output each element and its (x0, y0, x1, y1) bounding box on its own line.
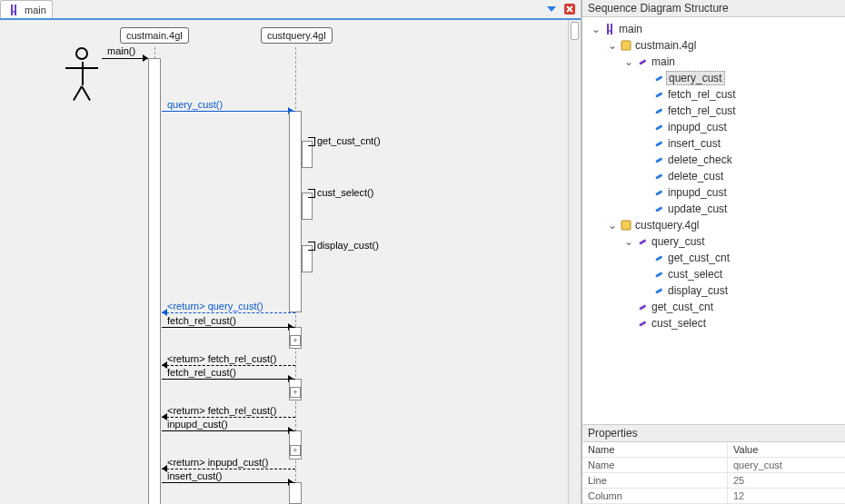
svg-rect-21 (639, 304, 646, 311)
expand-icon[interactable]: + (290, 335, 301, 346)
tree-item-label: get_cust_cnt (666, 252, 730, 264)
lifeline-head[interactable]: custmain.4gl (120, 27, 189, 44)
tree-item-label: custquery.4gl (633, 219, 699, 232)
tree-item-label: main (617, 23, 642, 35)
tree-item-label: display_cust (666, 284, 728, 297)
structure-tree[interactable]: ⌄main⌄custmain.4gl⌄mainquery_custfetch_r… (582, 17, 845, 424)
message-label[interactable]: display_cust() (317, 240, 379, 251)
call-icon (651, 87, 666, 102)
expand-toggle-icon[interactable]: ⌄ (622, 235, 635, 248)
tree-item[interactable]: cust_select (582, 266, 845, 282)
diagram-canvas[interactable]: custmain.4glcustquery.4glmain()query_cus… (0, 20, 581, 504)
diagram-pane: main custmain.4glcustquery.4glmain()quer… (0, 0, 582, 504)
message-label[interactable]: cust_select() (317, 187, 373, 198)
expand-toggle-icon[interactable]: ⌄ (590, 23, 602, 35)
scrollbar-thumb[interactable] (571, 22, 579, 40)
properties-header: Name Value (582, 442, 845, 458)
message-label[interactable]: insert_cust() (167, 470, 223, 481)
tree-item[interactable]: ⌄custquery.4gl (582, 217, 845, 233)
property-value: query_cust (728, 458, 845, 472)
property-row: Line25 (582, 473, 845, 489)
properties-title: Properties (582, 425, 845, 442)
message-label[interactable]: <return> query_cust() (167, 301, 263, 311)
property-value: 12 (728, 489, 845, 503)
property-key: Line (582, 473, 728, 488)
tree-item[interactable]: inpupd_cust (582, 184, 845, 201)
tree-item-label: delete_check (666, 153, 732, 166)
actor-icon (64, 47, 118, 111)
call-icon (651, 251, 666, 265)
message-label[interactable]: inpupd_cust() (167, 419, 228, 430)
tree-item[interactable]: update_cust (582, 201, 845, 217)
message-line[interactable] (162, 327, 295, 328)
call-icon (651, 136, 666, 151)
message-line[interactable] (162, 482, 295, 483)
tree-item[interactable]: fetch_rel_cust (582, 86, 845, 103)
vertical-scrollbar[interactable] (568, 20, 581, 504)
message-line[interactable] (162, 430, 295, 431)
svg-rect-8 (655, 92, 662, 98)
file-icon (619, 38, 633, 53)
expand-toggle-icon[interactable]: ⌄ (606, 39, 619, 52)
expand-toggle-icon[interactable]: ⌄ (622, 55, 635, 68)
svg-rect-9 (655, 108, 662, 114)
message-label[interactable]: <return> inpupd_cust() (167, 457, 268, 468)
tree-item[interactable]: ⌄main (582, 21, 845, 37)
tree-item-label: insert_cust (666, 137, 721, 150)
message-line[interactable] (162, 417, 295, 418)
tree-item[interactable]: get_cust_cnt (582, 250, 845, 266)
expand-icon[interactable]: + (290, 387, 301, 398)
tab-label: main (25, 5, 46, 15)
property-value: 25 (728, 473, 845, 488)
tree-item[interactable]: ⌄custmain.4gl (582, 37, 845, 54)
activation-bar[interactable] (148, 58, 161, 504)
svg-rect-18 (655, 255, 662, 262)
message-label[interactable]: fetch_rel_cust() (167, 315, 236, 326)
call-icon (651, 120, 666, 134)
close-icon[interactable] (562, 2, 577, 16)
call-icon (651, 202, 666, 216)
tab-actions (544, 0, 581, 18)
tab-main[interactable]: main (0, 0, 53, 18)
message-line[interactable] (162, 365, 295, 366)
tree-item[interactable]: get_cust_cnt (582, 299, 845, 315)
tree-item[interactable]: delete_cust (582, 168, 845, 184)
svg-rect-22 (639, 321, 646, 327)
message-label[interactable]: get_cust_cnt() (317, 135, 381, 146)
tree-item[interactable]: fetch_rel_cust (582, 103, 845, 119)
svg-rect-7 (655, 75, 662, 82)
tree-item[interactable]: insert_cust (582, 135, 845, 152)
properties-header-name: Name (582, 442, 728, 457)
tree-item-label: delete_cust (666, 170, 723, 183)
tree-item-label: query_cust (650, 235, 705, 248)
message-line[interactable] (162, 111, 295, 112)
tree-item[interactable]: inpupd_cust (582, 119, 845, 135)
property-row: Namequery_cust (582, 458, 845, 473)
minimize-icon[interactable] (544, 2, 559, 16)
message-label[interactable]: fetch_rel_cust() (167, 367, 236, 378)
svg-rect-14 (655, 190, 662, 196)
message-label[interactable]: <return> fetch_rel_cust() (167, 405, 276, 416)
message-label[interactable]: <return> fetch_rel_cust() (167, 353, 276, 364)
properties-header-value: Value (728, 442, 845, 457)
tree-item[interactable]: ⌄main (582, 54, 845, 70)
tree-item[interactable]: display_cust (582, 282, 845, 299)
activation-bar[interactable] (289, 482, 302, 504)
tree-item[interactable]: ⌄query_cust (582, 233, 845, 250)
expand-icon[interactable]: + (290, 445, 301, 456)
svg-rect-5 (621, 41, 631, 50)
message-line[interactable] (162, 379, 295, 380)
message-line[interactable] (162, 469, 295, 469)
tree-item[interactable]: cust_select (582, 315, 845, 331)
tree-item[interactable]: query_cust (582, 70, 845, 86)
svg-rect-6 (639, 59, 646, 65)
call-icon (651, 283, 666, 298)
message-label[interactable]: query_cust() (167, 99, 223, 110)
activation-bar[interactable] (289, 111, 302, 312)
expand-toggle-icon[interactable]: ⌄ (606, 219, 619, 232)
tree-item[interactable]: delete_check (582, 152, 845, 168)
lifeline-head[interactable]: custquery.4gl (261, 27, 333, 44)
property-key: Column (582, 489, 728, 503)
message-line[interactable] (162, 312, 295, 313)
svg-rect-19 (655, 272, 662, 278)
